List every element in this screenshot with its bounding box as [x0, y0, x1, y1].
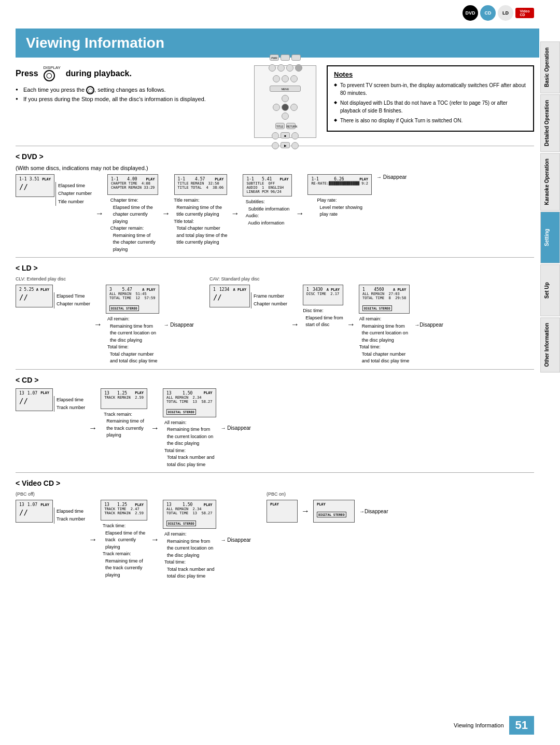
vcd-pbc-off-label: (PBC off): [16, 491, 251, 497]
ld-cav-block: CAV: Standard play disc 11234A PLAY // F…: [209, 276, 443, 365]
ld-cav-s3-detail: ALL REMAIN 27:03TOTAL TIME 8 29:58DIGITA…: [362, 292, 406, 311]
ld-clv-s1-row: 25.25A PLAY: [19, 287, 49, 292]
vcd-pbc-off-screens: 131.07PLAY // Elapsed time Track number …: [16, 500, 251, 580]
cd-s2-col: 131.25PLAY TRACK REMAIN 2.59 Track remai…: [101, 388, 147, 439]
remote-btn-next: [291, 132, 299, 139]
dvd-s2-detail: CHAPTER TIME 4:08CHAPTER REMAIN 33:29: [111, 181, 155, 190]
cd-s3-detail: ALL REMAIN 2.34TOTAL TIME 13 58.27DIGITA…: [166, 396, 213, 415]
cd-disappear: → Disappear: [221, 425, 251, 431]
cd-s1-col: 131.07PLAY // Elapsed time Track number: [16, 388, 85, 412]
ld-cav-s2-row: 13430A PLAY: [306, 287, 340, 292]
ld-cav-s3-col: 14560A PLAY ALL REMAIN 27:03TOTAL TIME 8…: [359, 285, 410, 365]
remote-btn-rev: [272, 142, 279, 149]
press-bullets: Each time you press the ◯, setting chang…: [16, 86, 244, 104]
ld-cav-screen-2: 13430A PLAY DISC TIME 2.17: [303, 285, 343, 305]
cd-s1-lines: //: [19, 397, 49, 405]
remote-btn-prev: [272, 132, 279, 139]
tab-basic-operation[interactable]: Basic Operation: [540, 41, 560, 93]
remote-btn-fwd: [291, 142, 299, 149]
remote-btn-3: [290, 75, 298, 82]
dvd-s4-desc: Subtitles: Subtitle imformationAudio: Au…: [246, 199, 290, 227]
remote-btn-enter: [282, 104, 289, 111]
remote-btn-subtitle: [277, 64, 285, 72]
vcd-arrow-2: →: [151, 535, 159, 544]
ld-cav-s1-labels: Frame number Chapter number: [251, 292, 287, 308]
ld-clv-screens: 25.25A PLAY // Elapsed Time Chapter numb…: [16, 285, 194, 365]
vcd-screen-2: 131.25PLAY TRACK TIME 2.47TRACK REMAIN 2…: [101, 500, 147, 521]
dvd-screen-4-col: 1-15.41PLAY SUBTITLE OFFAUDIO 1 ENGLISHL…: [243, 174, 292, 227]
vcd-s2-desc: Track time: Elapsed time of the track cu…: [103, 523, 145, 579]
vcd-s1-label-track: Track number: [57, 515, 85, 523]
vcd-pbc-on-screen-1: PLAY: [267, 500, 298, 523]
vcd-screen-3: 131.50PLAY ALL REMAIN 2.34TOTAL TIME 13 …: [163, 500, 216, 529]
tab-detailed-operation[interactable]: Detailed Operation: [540, 94, 560, 152]
dvd-s5-desc: Play rate: Level meter showing play rate: [317, 197, 362, 218]
vcd-pbc-on-arrow: →: [301, 507, 310, 516]
cd-s3-desc: All remain: Remaining time from the curr…: [164, 419, 214, 469]
ld-cav-screen-1: 11234A PLAY //: [209, 285, 250, 307]
vcd-s1-labels: Elapsed time Track number: [54, 508, 85, 524]
vcd-pbc-off-block: (PBC off) 131.07PLAY // Elapsed time: [16, 491, 251, 580]
remote-btn-up: [282, 95, 289, 102]
ld-clv-block: CLV: Extended play disc 25.25A PLAY // E…: [16, 276, 194, 365]
dvd-arrow-3: →: [231, 209, 239, 218]
vcd-section-header: < Video CD >: [16, 479, 534, 487]
vcd-pbc-off-disappear: → Disappear: [221, 537, 251, 543]
cd-arrow-2: →: [151, 424, 159, 433]
dvd-s5-detail: RE-RATE:▓▓▓▓▓▓▓▓▓▓▓▓▓▓ 9:2: [311, 181, 368, 186]
press-bullet-2: If you press during the Stop mode, all t…: [16, 95, 244, 104]
during-playback-label: during playback.: [66, 69, 132, 78]
cd-screen-3: 131.50PLAY ALL REMAIN 2.34TOTAL TIME 13 …: [163, 388, 216, 417]
tab-karaoke-operation[interactable]: Karaoke Operation: [540, 153, 560, 210]
cd-screen-1: 131.07PLAY //: [16, 388, 53, 411]
dvd-s1-label-chapter: Chapter number: [58, 190, 92, 198]
tab-other-information[interactable]: Other Information: [540, 317, 560, 372]
ld-clv-s2-row: 35.47A PLAY: [109, 287, 156, 292]
page-title: Viewing Information: [26, 35, 529, 51]
dvd-s3-detail: TITLE REMAIN 32:50TITLE TOTAL 4 38:06: [178, 181, 224, 190]
dvd-screen-2: 1-14.00PLAY CHAPTER TIME 4:08CHAPTER REM…: [107, 174, 158, 195]
cd-s3-row: 131.50PLAY: [166, 391, 213, 396]
ld-cav-screen-3: 14560A PLAY ALL REMAIN 27:03TOTAL TIME 8…: [359, 285, 410, 314]
dvd-s2-row1: 1-14.00PLAY: [111, 177, 155, 181]
remote-btn-angle: [286, 64, 293, 72]
dvd-screen-1-col: 1-13.51PLAY // Elapsed time Chapter numb…: [16, 174, 92, 206]
dvd-logo: DVD: [463, 5, 478, 21]
dvd-screen-5-col: 1-16.26PLAY RE-RATE:▓▓▓▓▓▓▓▓▓▓▓▓▓▓ 9:2 P…: [307, 174, 372, 218]
dvd-s3-desc: Title remain: Remaining time of the titl…: [174, 197, 227, 246]
cd-s3-col: 131.50PLAY ALL REMAIN 2.34TOTAL TIME 13 …: [163, 388, 216, 469]
vcd-pbc-on-s2-row: PLAY: [317, 502, 351, 507]
vcd-pbc-on-screens: PLAY → PLAY DIGITAL STEREO →Disappear: [267, 500, 388, 523]
ld-cav-screens: 11234A PLAY // Frame number Chapter numb…: [209, 285, 443, 365]
vcd-s3-col: 131.50PLAY ALL REMAIN 2.34TOTAL TIME 13 …: [163, 500, 216, 580]
dvd-disappear-text: → Disappear: [376, 174, 407, 180]
vcd-s2-col: 131.25PLAY TRACK TIME 2.47TRACK REMAIN 2…: [101, 500, 147, 579]
cd-s2-desc: Track remain: Remaining time of the trac…: [104, 411, 144, 439]
tab-setting[interactable]: Setting: [540, 212, 560, 263]
ld-cav-arrow1: →: [291, 320, 299, 329]
remote-btn-stop: ■: [281, 132, 290, 138]
display-button-icon: ◯: [44, 70, 55, 81]
side-tabs: Basic Operation Detailed Operation Karao…: [540, 41, 560, 374]
cd-s1-labels: Elapsed time Track number: [54, 396, 85, 412]
dvd-screens-row: 1-13.51PLAY // Elapsed time Chapter numb…: [16, 174, 534, 253]
press-title: Press DISPLAY ◯ during playback.: [16, 65, 244, 81]
ld-clv-s1-labels: Elapsed Time Chapter number: [54, 292, 90, 308]
tab-set-up[interactable]: Set Up: [540, 264, 560, 316]
note-3: There is also no display if Quick Turn i…: [334, 117, 527, 124]
vcd-s1-lines: //: [19, 508, 49, 516]
dvd-section-header: < DVD >: [16, 152, 534, 161]
vcd-screen-1: 131.07PLAY //: [16, 500, 53, 523]
cd-logo: CD: [480, 5, 496, 21]
press-left: Press DISPLAY ◯ during playback. Each ti…: [16, 65, 244, 104]
cd-s1-label-elapsed: Elapsed time: [57, 396, 85, 404]
page-number-label: Viewing Information: [454, 722, 503, 728]
display-super-label: DISPLAY: [44, 65, 61, 70]
vcd-pbc-on-disappear: →Disappear: [359, 509, 388, 514]
ld-clv-arrow: →: [94, 320, 102, 329]
note-1: To prevent TV screen burn-in, the displa…: [334, 81, 527, 97]
cd-arrow-1: →: [89, 424, 97, 433]
ld-cav-s2-detail: DISC TIME 2.17: [306, 292, 340, 296]
page-title-bar: Viewing Information: [16, 29, 539, 58]
dvd-s3-row1: 1-14.57PLAY: [178, 177, 224, 181]
